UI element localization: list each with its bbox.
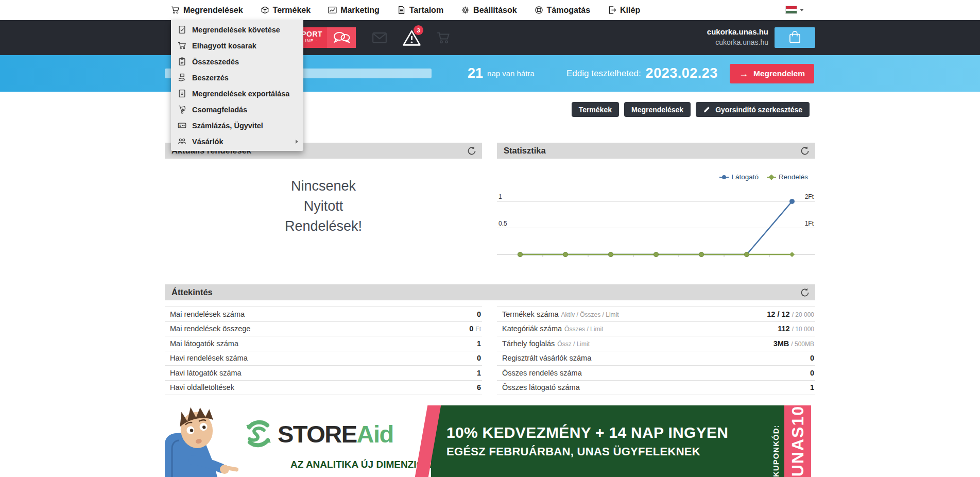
chart-legend: Látogató Rendelés bbox=[497, 173, 815, 181]
exit-icon bbox=[608, 6, 616, 14]
deadline-date: 2023.02.23 bbox=[646, 65, 718, 81]
table-row: Összes rendelés száma 0 bbox=[497, 366, 815, 381]
overview-table-right: Termékek számaAktív / Összes / Limit 12 … bbox=[497, 306, 815, 395]
statistics-panel: Statisztika Látogató Rendelés 12Ft0.51Ft bbox=[497, 143, 815, 267]
dropdown-item[interactable]: Beszerzés bbox=[171, 70, 303, 86]
days-remaining-label: nap van hátra bbox=[487, 69, 535, 78]
svg-text:2Ft: 2Ft bbox=[805, 193, 814, 200]
overview-table-left: Mai rendelések száma 0 Mai rendelések ös… bbox=[165, 306, 482, 395]
gear-icon bbox=[461, 6, 470, 14]
language-selector[interactable] bbox=[786, 6, 804, 13]
quick-button[interactable]: Gyorsindító szerkesztése bbox=[696, 102, 810, 117]
overview-panel: Áttekintés Mai rendelések száma 0 Mai re… bbox=[165, 284, 815, 300]
menu-item[interactable]: Termékek bbox=[261, 6, 311, 15]
dropdown-item[interactable]: Elhagyott kosarak bbox=[171, 38, 303, 54]
table-row: Tárhely foglalásÖssz / Limit 3MB/ 500MB bbox=[497, 336, 815, 351]
current-orders-panel: Aktuális rendelések Nincsenek Nyitott Re… bbox=[165, 143, 482, 236]
banner-tagline: AZ ANALITIKA ÚJ DIMENZIÓJA bbox=[290, 459, 412, 470]
warning-icon[interactable]: 3 bbox=[402, 29, 421, 46]
quick-button[interactable]: Megrendelések bbox=[624, 102, 691, 117]
menu-item[interactable]: Beállítások bbox=[461, 6, 517, 15]
coupon-code: UNAS10 bbox=[788, 405, 807, 476]
dropdown-item[interactable]: Csomagfeladás bbox=[171, 101, 303, 117]
topbar: SUPPORT - ONLINE - 3 cukorka.unas.hu cuk… bbox=[0, 20, 980, 55]
svg-text:1Ft: 1Ft bbox=[805, 220, 814, 227]
hand-box-icon bbox=[178, 73, 186, 82]
table-row: Havi oldalletöltések 6 bbox=[165, 381, 482, 396]
legend-item[interactable]: Rendelés bbox=[767, 173, 808, 181]
quick-button[interactable]: Termékek bbox=[572, 102, 619, 117]
coupon-label: KUPONKÓD: bbox=[771, 405, 780, 477]
menu-item[interactable]: Kilép bbox=[608, 6, 640, 15]
open-shop-button[interactable] bbox=[775, 27, 815, 48]
customers-icon bbox=[178, 137, 186, 146]
dropdown-item[interactable]: Megrendelések követése bbox=[171, 22, 303, 38]
svg-text:0.5: 0.5 bbox=[498, 220, 507, 227]
envelope-icon[interactable] bbox=[370, 29, 389, 46]
svg-text:1: 1 bbox=[498, 193, 502, 200]
banner-subheadline: EGÉSZ FEBRUÁRBAN, UNAS ÜGYFELEKNEK bbox=[446, 445, 784, 458]
refresh-icon[interactable] bbox=[800, 287, 810, 298]
deadline-label: Eddig tesztelheted: bbox=[566, 69, 641, 79]
submenu-arrow-icon bbox=[296, 140, 298, 144]
refresh-icon[interactable] bbox=[800, 146, 810, 156]
menu-item[interactable]: Megrendelések bbox=[171, 6, 243, 15]
table-row: Termékek számaAktív / Összes / Limit 12 … bbox=[497, 307, 815, 322]
cart-icon[interactable] bbox=[434, 29, 453, 46]
chevron-down-icon bbox=[800, 9, 804, 11]
panel-title: Statisztika bbox=[504, 146, 546, 156]
handtruck-icon bbox=[178, 105, 186, 114]
main-menu: Megrendelések Termékek Marketing Tartalo… bbox=[165, 0, 815, 20]
shop-name: cukorka.unas.hu bbox=[707, 27, 768, 37]
chat-bubbles-icon bbox=[327, 27, 356, 48]
banner-headline: 10% KEDVEZMÉNY + 14 NAP INGYEN bbox=[446, 424, 784, 441]
orders-dropdown-menu: Megrendelések követése Elhagyott kosarak… bbox=[171, 20, 303, 151]
doc-check-icon bbox=[178, 25, 186, 34]
trial-bar: 21 nap van hátra Eddig tesztelheted: 202… bbox=[0, 55, 980, 92]
menu-item[interactable]: Marketing bbox=[328, 6, 380, 15]
box-icon bbox=[261, 6, 269, 14]
pencil-icon bbox=[703, 106, 711, 113]
svg-text:s: s bbox=[179, 124, 181, 127]
table-row: Havi látogatók száma 1 bbox=[165, 366, 482, 381]
storeaid-promo-banner[interactable]: STOREAid AZ ANALITIKA ÚJ DIMENZIÓJA 10% … bbox=[165, 405, 811, 477]
arrow-right-icon: → bbox=[739, 69, 748, 79]
cart-icon bbox=[178, 41, 186, 50]
dropdown-item[interactable]: s Számlázás, Ügyvitel bbox=[171, 117, 303, 133]
legend-marker-icon bbox=[719, 174, 729, 180]
storeaid-arrows-icon bbox=[244, 419, 273, 449]
menu-item[interactable]: Támogatás bbox=[535, 6, 590, 15]
main-menubar: Megrendelések Termékek Marketing Tartalo… bbox=[0, 0, 980, 20]
table-row: Regisztrált vásárlók száma 0 bbox=[497, 351, 815, 366]
days-remaining-number: 21 bbox=[468, 65, 483, 81]
document-icon bbox=[397, 6, 406, 14]
dropdown-item[interactable]: Vásárlók bbox=[171, 133, 303, 149]
table-row: Mai rendelések száma 0 bbox=[165, 307, 482, 322]
dropdown-item[interactable]: Megrendelések exportálása bbox=[171, 86, 303, 101]
table-row: Összes látogató száma 1 bbox=[497, 381, 815, 396]
alert-count-badge: 3 bbox=[414, 25, 423, 35]
table-row: Mai látogatók száma 1 bbox=[165, 336, 482, 351]
order-now-button[interactable]: → Megrendelem bbox=[730, 64, 814, 83]
legend-marker-icon bbox=[767, 174, 776, 180]
no-open-orders-message: Nincsenek Nyitott Rendelések! bbox=[165, 159, 482, 236]
shop-domain-link[interactable]: cukorka.unas.hu bbox=[707, 37, 768, 47]
refresh-icon[interactable] bbox=[467, 146, 477, 156]
hungarian-flag-icon bbox=[786, 6, 797, 13]
chart-icon bbox=[328, 6, 337, 14]
shopping-bag-icon bbox=[789, 30, 801, 45]
invoice-icon: s bbox=[178, 121, 186, 130]
logo-aid-text: Aid bbox=[357, 420, 393, 448]
support-icon bbox=[535, 6, 543, 14]
panel-title: Áttekintés bbox=[171, 287, 213, 297]
legend-item[interactable]: Látogató bbox=[719, 173, 759, 181]
table-row: Kategóriák számaÖsszes / Limit 112/ 10 0… bbox=[497, 322, 815, 337]
pointing-man-illustration bbox=[165, 405, 250, 477]
table-row: Mai rendelések összege 0Ft bbox=[165, 322, 482, 337]
statistics-chart: 12Ft0.51Ft bbox=[497, 187, 815, 267]
logo-store-text: STORE bbox=[278, 420, 357, 448]
dropdown-item[interactable]: Összeszedés bbox=[171, 54, 303, 70]
doc-export-icon bbox=[178, 89, 186, 98]
menu-item[interactable]: Tartalom bbox=[397, 6, 443, 15]
cart-icon bbox=[171, 6, 180, 14]
